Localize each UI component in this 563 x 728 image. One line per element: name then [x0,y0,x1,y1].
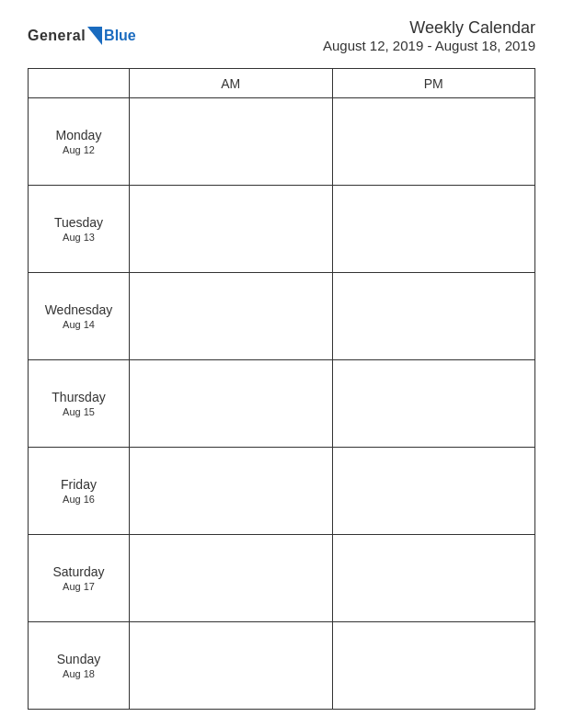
am-cell[interactable] [130,273,333,360]
am-cell[interactable] [130,448,333,535]
table-row: WednesdayAug 14 [29,273,535,360]
pm-cell[interactable] [332,273,535,360]
table-row: ThursdayAug 15 [29,360,535,448]
day-name: Tuesday [32,215,125,230]
table-row: FridayAug 16 [29,448,535,535]
day-label-cell: WednesdayAug 14 [29,273,130,360]
day-label-cell: TuesdayAug 13 [29,186,130,273]
am-cell[interactable] [130,98,333,186]
day-date: Aug 15 [32,406,125,417]
am-cell[interactable] [130,186,333,273]
logo-blue-text: Blue [104,28,136,44]
day-name: Thursday [32,390,125,404]
pm-cell[interactable] [332,622,535,710]
am-cell[interactable] [130,360,333,448]
logo: General Blue [28,27,136,45]
table-row: SaturdayAug 17 [29,535,535,622]
pm-cell[interactable] [332,448,535,535]
calendar-table: AM PM MondayAug 12TuesdayAug 13Wednesday… [28,68,535,710]
day-name: Wednesday [32,302,125,317]
am-cell[interactable] [130,535,333,622]
day-name: Friday [32,477,125,492]
col-header-am: AM [130,69,333,98]
pm-cell[interactable] [332,186,535,273]
day-name: Sunday [32,652,125,666]
table-row: MondayAug 12 [29,98,535,186]
col-header-empty [29,69,130,98]
day-date: Aug 17 [32,581,125,592]
day-date: Aug 12 [32,144,125,155]
day-date: Aug 13 [32,232,125,243]
day-label-cell: SundayAug 18 [29,622,130,710]
am-cell[interactable] [130,622,333,710]
logo-general-text: General [28,28,86,44]
day-name: Monday [32,128,125,142]
day-label-cell: ThursdayAug 15 [29,360,130,448]
logo-triangle-icon [87,27,102,45]
table-row: SundayAug 18 [29,622,535,710]
day-date: Aug 18 [32,668,125,679]
day-date: Aug 16 [32,494,125,505]
title-block: Weekly Calendar August 12, 2019 - August… [323,18,535,53]
svg-marker-0 [87,27,102,45]
day-label-cell: FridayAug 16 [29,448,130,535]
calendar-title: Weekly Calendar [323,18,535,38]
pm-cell[interactable] [332,360,535,448]
day-date: Aug 14 [32,319,125,330]
table-row: TuesdayAug 13 [29,186,535,273]
calendar-date-range: August 12, 2019 - August 18, 2019 [323,38,535,53]
day-label-cell: MondayAug 12 [29,98,130,186]
page-header: General Blue Weekly Calendar August 12, … [28,18,535,53]
pm-cell[interactable] [332,98,535,186]
pm-cell[interactable] [332,535,535,622]
day-label-cell: SaturdayAug 17 [29,535,130,622]
col-header-pm: PM [332,69,535,98]
day-name: Saturday [32,564,125,579]
